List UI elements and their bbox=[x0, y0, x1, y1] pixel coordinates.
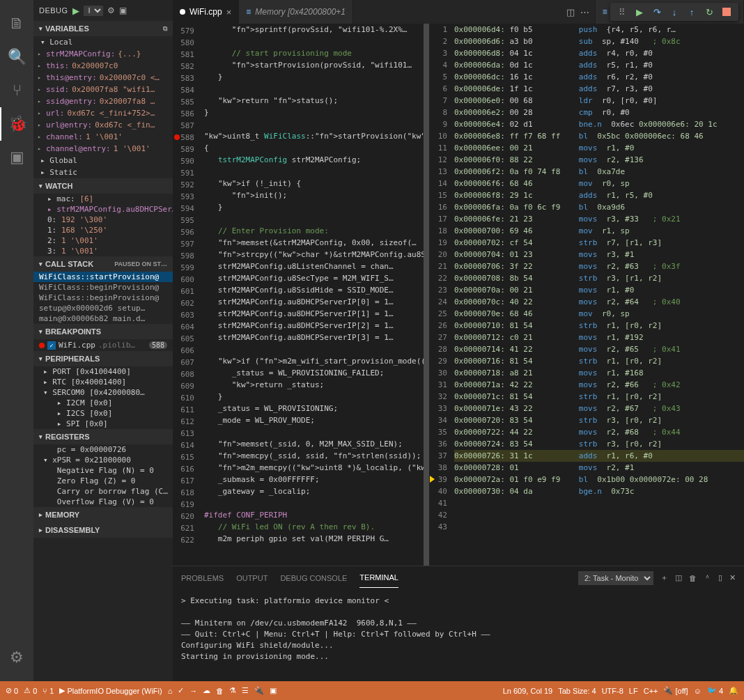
git-branch[interactable]: ⑂ 1 bbox=[42, 687, 54, 695]
debug-task[interactable]: ▶ PlatformIO Debugger (WiFi) bbox=[59, 686, 162, 695]
start-debug-button[interactable]: ▶ bbox=[72, 6, 79, 16]
static-section[interactable]: ▸ Static bbox=[33, 166, 173, 178]
minimap[interactable] bbox=[424, 24, 429, 566]
close-icon[interactable]: × bbox=[226, 7, 232, 17]
peripheral-row[interactable]: ▸ RTC [0x40001400] bbox=[33, 377, 173, 387]
gear-icon[interactable]: ⚙ bbox=[107, 6, 115, 15]
close-panel-icon[interactable]: ✕ bbox=[729, 573, 736, 582]
watch-row[interactable]: 1: 168 '\250' bbox=[33, 225, 173, 235]
tab-terminal[interactable]: TERMINAL bbox=[359, 568, 398, 588]
register-row[interactable]: Negative Flag (N) = 0 bbox=[33, 465, 173, 476]
terminal-icon[interactable]: ▣ bbox=[270, 686, 277, 695]
debug-icon[interactable]: 🐞 bbox=[0, 107, 33, 141]
new-terminal-icon[interactable]: ＋ bbox=[660, 573, 668, 583]
split-terminal-icon[interactable]: ◫ bbox=[675, 573, 682, 582]
callstack-frame[interactable]: setup@0x000002d6 setup… bbox=[33, 303, 173, 313]
global-section[interactable]: ▸ Global bbox=[33, 155, 173, 166]
stop-button[interactable] bbox=[719, 4, 734, 20]
restart-button[interactable]: ↻ bbox=[702, 4, 717, 20]
check-icon[interactable]: ✓ bbox=[178, 686, 184, 695]
debug-config-select[interactable]: Pl... bbox=[84, 6, 103, 16]
plug-icon[interactable]: 🔌 bbox=[254, 686, 264, 695]
toggle-panel-icon[interactable]: ▯ bbox=[718, 573, 722, 582]
tab-debug-console[interactable]: DEBUG CONSOLE bbox=[280, 568, 347, 588]
memory-header[interactable]: ▸MEMORY bbox=[33, 507, 173, 522]
breakpoint-row[interactable]: ✓ WiFi.cpp .piolib… 588 bbox=[33, 339, 173, 351]
watch-row[interactable]: 3: 1 '\001' bbox=[33, 246, 173, 256]
kill-terminal-icon[interactable]: 🗑 bbox=[689, 574, 697, 582]
variable-row[interactable]: ▸channel@entry: 1 '\001' bbox=[33, 143, 173, 155]
callstack-frame[interactable]: WiFiClass::startProvision@ bbox=[33, 272, 173, 282]
language-mode[interactable]: C++ bbox=[644, 687, 658, 695]
breakpoint-checkbox[interactable]: ✓ bbox=[47, 341, 56, 350]
register-row[interactable]: pc = 0x00000726 bbox=[33, 444, 173, 455]
peripherals-header[interactable]: ▾PERIPHERALS bbox=[33, 351, 173, 366]
breakpoints-header[interactable]: ▾BREAKPOINTS bbox=[33, 324, 173, 339]
bell-icon[interactable]: 🔔 bbox=[729, 686, 738, 695]
watch-row[interactable]: 2: 1 '\001' bbox=[33, 235, 173, 246]
peripheral-row[interactable]: ▸ PORT [0x41004400] bbox=[33, 366, 173, 377]
register-row[interactable]: ▾ xPSR = 0x21000000 bbox=[33, 455, 173, 465]
callstack-frame[interactable]: main@0x00006b82 main.d… bbox=[33, 313, 173, 324]
variable-row[interactable]: ▸url: 0xd67c <_fini+752>… bbox=[33, 107, 173, 119]
errors-count[interactable]: ⊘ 0 bbox=[6, 686, 18, 695]
asm-content[interactable]: 0x000006d4: f0 b5 push {r4, r5, r6, r… 0… bbox=[454, 24, 744, 566]
terminal-output[interactable]: > Executing task: platformio device moni… bbox=[173, 590, 744, 668]
register-row[interactable]: Overflow Flag (V) = 0 bbox=[33, 497, 173, 507]
cloud-icon[interactable]: ☁ bbox=[203, 686, 210, 695]
warnings-count[interactable]: ⚠ 0 bbox=[24, 686, 37, 695]
code-editor[interactable]: 5795805815825835845855865875885895905915… bbox=[173, 24, 429, 566]
maximize-panel-icon[interactable]: ＾ bbox=[704, 573, 711, 583]
search-icon[interactable]: 🔍 bbox=[0, 40, 33, 74]
step-over-button[interactable]: ↷ bbox=[649, 4, 665, 20]
disassembly-editor[interactable]: 1234567891011121314151617181920212223242… bbox=[429, 24, 744, 566]
tab-size[interactable]: Tab Size: 4 bbox=[558, 687, 596, 695]
variable-row[interactable]: ▸url@entry: 0xd67c <_fin… bbox=[33, 119, 173, 131]
registers-header[interactable]: ▾REGISTERS bbox=[33, 429, 173, 444]
variable-row[interactable]: ▸ssid@entry: 0x20007fa8 … bbox=[33, 95, 173, 107]
variable-row[interactable]: ▸this@entry: 0x200007c0 <… bbox=[33, 72, 173, 84]
upload-icon[interactable]: → bbox=[189, 687, 197, 695]
tasks-icon[interactable]: ☰ bbox=[242, 686, 249, 695]
callstack-frame[interactable]: WiFiClass::beginProvision@ bbox=[33, 293, 173, 303]
step-into-button[interactable]: ↓ bbox=[667, 4, 682, 20]
variable-row[interactable]: ▸strM2MAPConfig: {...} bbox=[33, 48, 173, 60]
git-icon[interactable]: ⑂ bbox=[0, 74, 33, 107]
beaker-icon[interactable]: ⚗ bbox=[229, 686, 236, 695]
tab-problems[interactable]: PROBLEMS bbox=[181, 568, 224, 588]
tab-memory[interactable]: ≡ Memory [0x42000800+1 bbox=[239, 0, 353, 24]
trash-icon[interactable]: 🗑 bbox=[216, 687, 224, 695]
debug-console-icon[interactable]: ▣ bbox=[119, 6, 127, 15]
peripheral-row[interactable]: ▸ SPI [0x0] bbox=[33, 419, 173, 429]
watch-row[interactable]: 0: 192 '\300' bbox=[33, 215, 173, 225]
drag-handle-icon[interactable]: ⠿ bbox=[614, 4, 630, 20]
variable-row[interactable]: ▸this: 0x200007c0 bbox=[33, 60, 173, 72]
callstack-header[interactable]: ▾CALL STACK PAUSED ON ST… bbox=[33, 256, 173, 272]
variable-row[interactable]: ▸ssid: 0x20007fa8 "wifi1… bbox=[33, 84, 173, 95]
local-section[interactable]: ▾ Local bbox=[33, 36, 173, 48]
continue-button[interactable]: ▶ bbox=[632, 4, 647, 20]
variables-header[interactable]: ▾VARIABLES ⧉ bbox=[33, 21, 173, 36]
watch-row[interactable]: ▸ mac: [6] bbox=[33, 194, 173, 204]
tab-output[interactable]: OUTPUT bbox=[236, 568, 268, 588]
peripheral-row[interactable]: ▸ I2CS [0x0] bbox=[33, 408, 173, 419]
watch-row[interactable]: ▸ strM2MAPConfig.au8DHCPSer… bbox=[33, 204, 173, 215]
home-icon[interactable]: ⌂ bbox=[168, 687, 173, 695]
port-status[interactable]: 🔌 [off] bbox=[663, 686, 688, 695]
split-editor-icon[interactable]: ◫ bbox=[566, 7, 575, 17]
code-content[interactable]: "fn">sprintf(provSsid, "wifi101-%.2X%… /… bbox=[204, 24, 429, 566]
register-row[interactable]: Zero Flag (Z) = 0 bbox=[33, 476, 173, 486]
peripheral-row[interactable]: ▾ SERCOM0 [0x42000080… bbox=[33, 387, 173, 398]
more-icon[interactable]: ⋯ bbox=[580, 7, 589, 17]
explorer-icon[interactable]: 🗎 bbox=[0, 7, 33, 40]
peripheral-row[interactable]: ▸ I2CM [0x0] bbox=[33, 398, 173, 408]
variable-row[interactable]: ▸channel: 1 '\001' bbox=[33, 131, 173, 143]
settings-icon[interactable]: ⚙ bbox=[0, 641, 33, 674]
feedback-icon[interactable]: ☺ bbox=[694, 687, 702, 695]
extensions-icon[interactable]: ▣ bbox=[0, 141, 33, 174]
disassembly-header[interactable]: ▸DISASSEMBLY bbox=[33, 522, 173, 538]
tweet-count[interactable]: 🐦 4 bbox=[707, 686, 723, 695]
callstack-frame[interactable]: WiFiClass::beginProvision@ bbox=[33, 282, 173, 293]
encoding[interactable]: UTF-8 bbox=[602, 687, 623, 695]
eol[interactable]: LF bbox=[629, 687, 638, 695]
